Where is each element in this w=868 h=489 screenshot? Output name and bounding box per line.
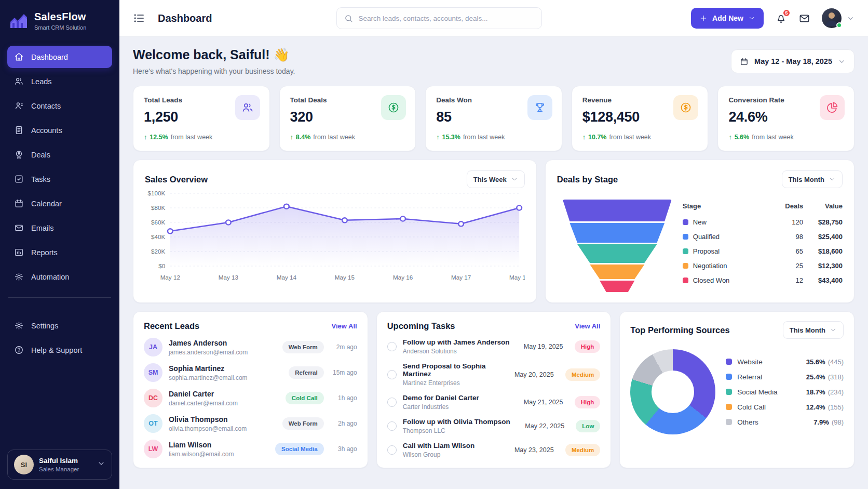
brand: SalesFlow Smart CRM Solution	[0, 0, 119, 36]
sidebar-item-reports[interactable]: Reports	[7, 241, 112, 263]
task-title: Send Proposal to Sophia Martinez	[403, 362, 508, 378]
recent-leads-view-all-link[interactable]: View All	[332, 322, 357, 330]
lead-row-olivia-thompson[interactable]: OTOlivia Thompsonolivia.thompson@email.c…	[144, 414, 357, 433]
funnel-segment-closed-won	[563, 281, 672, 292]
task-company: Carter Industries	[403, 403, 518, 411]
sales-overview-filter[interactable]: This Week	[467, 170, 525, 188]
sidebar-item-leads[interactable]: Leads	[7, 70, 112, 92]
menu-icon[interactable]	[133, 11, 146, 25]
task-checkbox[interactable]	[387, 342, 397, 351]
sidebar-item-tasks[interactable]: Tasks	[7, 168, 112, 190]
kpi-card-revenue: Revenue$128,450↑10.7% from last week	[572, 86, 709, 151]
task-priority-badge: High	[575, 396, 601, 408]
task-checkbox[interactable]	[387, 445, 397, 455]
lead-name: Liam Wilson	[169, 441, 269, 449]
task-title: Follow up with James Anderson	[403, 338, 518, 346]
task-row-follow-up-with-olivia-thompson[interactable]: Follow up with Olivia ThompsonThompson L…	[387, 418, 601, 434]
task-checkbox[interactable]	[387, 421, 397, 431]
svg-text:$80K: $80K	[151, 205, 166, 211]
kpi-card-total-leads: Total Leads1,250↑12.5% from last week	[133, 86, 270, 151]
avatar: JA	[144, 338, 162, 356]
source-legend-row-referral: Referral25.4%(318)	[726, 373, 844, 381]
leads-list: JAJames Andersonjames.anderson@email.com…	[144, 338, 357, 458]
svg-text:May 18: May 18	[509, 274, 525, 281]
deals-by-stage-card: Deals by Stage This Month StageDealsValu…	[545, 160, 855, 303]
lead-row-sophia-martinez[interactable]: SMSophia Martinezsophia.martinez@email.c…	[144, 363, 357, 382]
notifications-button[interactable]: 5	[775, 12, 787, 24]
topbar: Dashboard Add New 5	[119, 0, 868, 37]
top-sources-filter[interactable]: This Month	[783, 321, 844, 339]
lead-row-james-anderson[interactable]: JAJames Andersonjames.anderson@email.com…	[144, 338, 357, 356]
lead-name: Daniel Carter	[169, 390, 279, 398]
source-legend-row-others: Others7.9%(98)	[726, 418, 844, 426]
messages-button[interactable]	[798, 12, 810, 24]
lead-email: sophia.martinez@email.com	[169, 374, 282, 381]
stage-table-header: StageDealsValue	[683, 199, 843, 215]
kpi-delta: ↑12.5% from last week	[144, 134, 259, 141]
sidebar-item-settings[interactable]: Settings	[7, 314, 112, 337]
sources-legend: Website35.6%(445)Referral25.4%(318)Socia…	[726, 351, 844, 433]
sidebar-item-contacts[interactable]: Contacts	[7, 95, 112, 117]
funnel-segment-negotiation	[563, 265, 672, 279]
trophy-icon	[527, 95, 552, 120]
upcoming-tasks-title: Upcoming Tasks	[387, 321, 455, 331]
date-range-picker[interactable]: May 12 - May 18, 2025	[731, 49, 855, 73]
deals-by-stage-title: Deals by Stage	[557, 175, 618, 184]
sidebar-divider	[8, 297, 111, 298]
sidebar-item-accounts[interactable]: Accounts	[7, 119, 112, 141]
svg-text:May 12: May 12	[160, 274, 180, 281]
profile-menu[interactable]	[822, 8, 855, 28]
lead-row-liam-wilson[interactable]: LWLiam Wilsonliam.wilson@email.comSocial…	[144, 440, 357, 458]
sidebar-item-deals[interactable]: Deals	[7, 143, 112, 166]
stage-row-proposal: Proposal65$18,600	[683, 244, 843, 259]
cog-icon	[13, 321, 24, 331]
add-new-button[interactable]: Add New	[691, 8, 764, 29]
task-row-call-with-liam-wilson[interactable]: Call with Liam WilsonWilson GroupMay 23,…	[387, 442, 601, 458]
sidebar-item-emails[interactable]: Emails	[7, 217, 112, 239]
task-row-follow-up-with-james-anderson[interactable]: Follow up with James AndersonAnderson So…	[387, 338, 601, 355]
funnel-chart	[557, 197, 677, 292]
lead-source-badge: Cold Call	[286, 392, 324, 404]
sidebar-item-dashboard[interactable]: Dashboard	[7, 46, 112, 68]
source-legend-row-website: Website35.6%(445)	[726, 358, 844, 366]
task-checkbox[interactable]	[387, 398, 397, 407]
users-icon	[13, 76, 24, 87]
sidebar-item-help-support[interactable]: Help & Support	[7, 339, 112, 361]
task-row-demo-for-daniel-carter[interactable]: Demo for Daniel CarterCarter IndustriesM…	[387, 394, 601, 411]
file-icon	[13, 125, 24, 136]
task-checkbox[interactable]	[387, 370, 397, 379]
kpi-delta: ↑15.3% from last week	[436, 134, 551, 141]
sales-overview-title: Sales Overview	[145, 175, 208, 184]
mail-icon	[798, 12, 810, 24]
deals-by-stage-filter[interactable]: This Month	[782, 170, 843, 188]
dollar-icon	[673, 95, 698, 120]
svg-text:May 17: May 17	[451, 274, 471, 281]
lead-row-daniel-carter[interactable]: DCDaniel Carterdaniel.carter@email.comCo…	[144, 389, 357, 407]
users-icon	[235, 95, 260, 120]
sidebar-item-automation[interactable]: Automation	[7, 266, 112, 288]
stage-row-new: New120$28,750	[683, 215, 843, 230]
pie-icon	[820, 95, 845, 120]
svg-text:$100K: $100K	[148, 190, 166, 196]
sidebar-item-calendar[interactable]: Calendar	[7, 192, 112, 215]
app-tagline: Smart CRM Solution	[34, 24, 86, 31]
upcoming-tasks-view-all-link[interactable]: View All	[575, 322, 600, 330]
recent-leads-card: Recent Leads View All JAJames Andersonja…	[133, 311, 368, 468]
avatar: LW	[144, 440, 162, 458]
stage-color-dot	[683, 277, 688, 283]
task-row-send-proposal-to-sophia-martinez[interactable]: Send Proposal to Sophia MartinezMartinez…	[387, 362, 601, 387]
task-title: Demo for Daniel Carter	[403, 394, 518, 402]
sidebar-user-card[interactable]: SI Saiful Islam Sales Manager	[7, 450, 112, 480]
svg-text:May 14: May 14	[277, 274, 296, 281]
stage-row-negotiation: Negotiation25$12,300	[683, 259, 843, 273]
chevron-down-icon	[748, 15, 755, 22]
sidebar-nav-secondary: SettingsHelp & Support	[0, 314, 119, 361]
welcome-subtitle: Here's what's happening with your busine…	[133, 67, 295, 75]
search-input[interactable]	[358, 15, 534, 22]
home-icon	[13, 52, 24, 62]
search-icon	[344, 14, 353, 23]
kpi-card-conversion-rate: Conversion Rate24.6%↑5.6% from last week	[717, 86, 855, 151]
sales-overview-card: Sales Overview This Week $0$20K$40K$60K$…	[133, 160, 537, 303]
upcoming-tasks-card: Upcoming Tasks View All Follow up with J…	[376, 311, 612, 468]
kpi-delta: ↑10.7% from last week	[582, 134, 698, 141]
